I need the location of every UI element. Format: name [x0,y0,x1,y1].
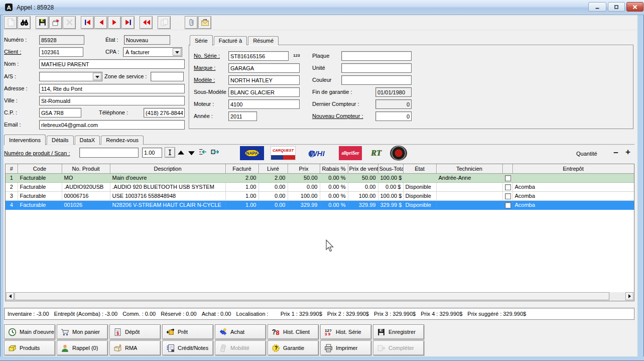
credit-notes-button[interactable]: 7 Crédit/Notes [162,340,213,355]
ville-field[interactable] [39,96,185,105]
grid-cell[interactable]: N28206 V-STREAM HAUT CLAIR N-CYCLE [110,200,225,209]
enregistrer-button[interactable]: Enregistrer [373,324,424,339]
previous-record-button[interactable] [94,16,107,29]
no-serie-field[interactable] [228,51,289,61]
grid-cell[interactable]: 1.00 [225,200,259,209]
grid-cell[interactable] [502,191,512,200]
quantity-minus-button[interactable]: − [613,149,618,157]
nom-field[interactable] [39,59,185,69]
tab-rendez-vous[interactable]: Rendez-vous [101,136,144,145]
grid-column-header[interactable]: Prix [288,164,320,173]
zone-field[interactable] [151,72,184,81]
grid-column-header[interactable]: No. Produit [62,164,110,173]
quantity-plus-button[interactable]: + [625,148,630,156]
cp-field[interactable] [39,108,81,117]
unite-field[interactable] [341,63,412,73]
rewind-button[interactable] [140,16,153,29]
imprimer-button[interactable]: Imprimer [320,340,371,355]
tab-resume[interactable]: Résumé [248,36,279,45]
grid-cell[interactable] [436,182,502,191]
grid-cell[interactable]: .AUDIO 920 BLUETOOTH USB SYSTEM [110,182,225,191]
tab-datax[interactable]: DataX [75,136,100,145]
grid-cell[interactable] [502,173,512,182]
hist-client-button[interactable]: ?8 Hist. Client [268,324,319,339]
grid-cell[interactable]: Andrée-Anne [436,173,502,182]
save-button[interactable] [36,16,49,29]
grid-column-header[interactable]: Facturé [225,164,259,173]
main-doeuvre-button[interactable]: Main d'oeuvre [4,324,55,339]
grid-column-header[interactable]: État [403,164,436,173]
tab-facture-a[interactable]: Facturé à [214,36,247,45]
scroll-right-icon[interactable] [625,292,633,300]
hist-serie-button[interactable]: 12?3 9 Hist. Série [320,324,371,339]
grid-row[interactable]: 3 Facturable 00006716 USE 1003716 558848… [6,191,634,200]
scan-input[interactable] [79,148,139,158]
garantie-button[interactable]: ? Garantie [268,340,319,355]
grid-cell[interactable]: 329.99 [288,200,320,209]
tab-interventions[interactable]: Interventions [4,135,46,145]
client-field[interactable] [39,47,83,57]
grid-cell[interactable]: 0.00 [259,191,288,200]
pret-button[interactable]: Prêt [162,324,213,339]
minimize-button[interactable] [588,2,606,12]
row-checkbox[interactable] [505,193,511,199]
achat-button[interactable]: Achat [215,324,266,339]
produits-button[interactable]: Produits [4,340,55,355]
grid-column-header[interactable]: Technicien [436,164,502,173]
sous-modele-field[interactable] [228,87,300,97]
search-button[interactable] [18,16,31,29]
grid-cell[interactable]: Facturable [18,191,62,200]
fin-garantie-field[interactable] [375,87,412,97]
rt-logo[interactable]: RT [368,146,383,160]
grid-cell[interactable]: Facturable [18,200,62,209]
mobilite-button[interactable]: Mobilité [215,340,266,355]
grid-cell[interactable]: 329.99 $ [378,200,403,209]
copy-button[interactable] [158,16,171,29]
grid-column-header[interactable]: Description [110,164,225,173]
grid-cell[interactable]: 001026 [62,200,110,209]
completer-button[interactable]: Compléter [373,340,424,355]
grid-cell[interactable]: Main d'oeuvre [110,173,225,182]
move-up-icon[interactable] [177,149,185,157]
grid-column-header[interactable]: Rabais % [320,164,348,173]
grid-row[interactable]: 1 Facturable MO Main d'oeuvre 2.00 2.00 … [6,173,634,182]
grid-column-header[interactable] [502,164,512,173]
grid-column-header[interactable]: Code [18,164,62,173]
grid-cell[interactable]: 0.00 [288,182,320,191]
grid-cell[interactable]: 0.00 % [320,173,348,182]
plaque-field[interactable] [341,51,412,61]
text-cursor-button[interactable] [165,147,175,158]
nouveau-compteur-field[interactable] [375,111,412,121]
attachment-button[interactable] [185,16,198,29]
grid-column-header[interactable]: Entrepôt [512,164,634,173]
send-mail-button[interactable] [198,16,211,29]
numero-field[interactable] [39,35,84,45]
cpa-select[interactable]: À facturer [123,47,182,57]
etat-field[interactable] [124,35,170,45]
rma-button[interactable]: RMA [109,340,161,355]
grid-column-header[interactable]: Sous-Total [378,164,403,173]
carquest-logo[interactable]: CARQUEST [271,146,296,160]
grid-cell[interactable]: 329.99 [348,200,378,209]
grid-cell[interactable]: Acomba [512,200,634,209]
tab-details[interactable]: Détails [47,136,74,145]
whi-logo[interactable]: WHI [302,146,332,160]
dernier-compteur-field[interactable] [375,99,412,109]
grid-cell[interactable]: Acomba [512,182,634,191]
grid-cell[interactable]: 2.00 [225,173,259,182]
email-field[interactable] [39,120,185,130]
grid-cell[interactable]: Disponible [403,200,436,209]
new-button[interactable] [4,16,17,29]
export-button[interactable] [49,16,62,29]
moteur-field[interactable] [228,99,300,109]
grid-cell[interactable]: 50.00 [288,173,320,182]
grid-cell[interactable]: Facturable [18,182,62,191]
grid-cell[interactable]: 50.00 [348,173,378,182]
as-select[interactable] [39,72,102,81]
grid-cell[interactable]: 3 [6,191,18,200]
grid-cell[interactable]: 2.00 [259,173,288,182]
row-checkbox[interactable] [505,184,511,190]
annee-field[interactable] [228,111,257,121]
grid-column-header[interactable]: Prix de vente [348,164,378,173]
maximize-button[interactable] [608,2,625,12]
